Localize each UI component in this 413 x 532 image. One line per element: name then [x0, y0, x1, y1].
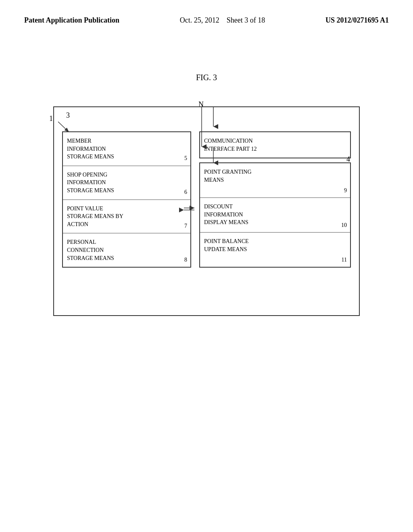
header-patent-number: US 2012/0271695 A1 — [325, 16, 389, 25]
header-publication-label: Patent Application Publication — [24, 16, 119, 25]
shop-opening-storage: SHOP OPENINGINFORMATIONSTORAGE MEANS 6 — [63, 166, 190, 200]
discount-info-number: 10 — [341, 221, 347, 229]
shop-opening-number: 6 — [184, 188, 187, 196]
personal-connection-storage: PERSONALCONNECTIONSTORAGE MEANS 8 — [63, 233, 190, 267]
label-1: 1 — [49, 114, 53, 123]
personal-connection-label: PERSONALCONNECTIONSTORAGE MEANS — [67, 239, 114, 261]
member-info-number: 5 — [184, 154, 187, 162]
point-granting-means: POINT GRANTINGMEANS 9 — [200, 163, 350, 198]
label-3: 3 — [66, 111, 70, 120]
point-balance-label: POINT BALANCEUPDATE MEANS — [204, 238, 249, 252]
discount-info-label: DISCOUNTINFORMATIONDISPLAY MEANS — [204, 204, 248, 225]
right-inner-box: 4 POINT GRANTINGMEANS 9 DISCOUNTINFORMAT… — [199, 162, 351, 268]
point-balance-update: POINT BALANCEUPDATE MEANS 11 — [200, 233, 350, 267]
point-granting-label: POINT GRANTINGMEANS — [204, 169, 252, 183]
diagram-container: 1 N — [49, 106, 364, 316]
page-header: Patent Application Publication Oct. 25, … — [0, 0, 413, 25]
label-4: 4 — [346, 155, 350, 164]
discount-info-display: DISCOUNTINFORMATIONDISPLAY MEANS 10 — [200, 198, 350, 233]
left-column: MEMBERINFORMATIONSTORAGE MEANS 5 SHOP OP… — [62, 131, 191, 268]
figure-label: FIG. 3 — [0, 73, 413, 82]
member-info-label: MEMBERINFORMATIONSTORAGE MEANS — [67, 138, 114, 160]
comm-interface-number: 12 — [251, 146, 257, 152]
header-sheet: Sheet 3 of 18 — [227, 16, 265, 24]
header-date-sheet: Oct. 25, 2012 Sheet 3 of 18 — [180, 16, 265, 25]
inner-layout: MEMBERINFORMATIONSTORAGE MEANS 5 SHOP OP… — [62, 131, 351, 268]
personal-connection-number: 8 — [184, 256, 187, 264]
point-value-storage: POINT VALUESTORAGE MEANS BYACTION 7 — [63, 200, 190, 234]
comm-interface-box: COMMUNICATIONINTERFACE PART 12 — [199, 131, 351, 158]
point-value-label: POINT VALUESTORAGE MEANS BYACTION — [67, 206, 123, 227]
point-granting-number: 9 — [344, 187, 347, 195]
right-column: COMMUNICATIONINTERFACE PART 12 4 POINT G… — [199, 131, 351, 268]
header-date: Oct. 25, 2012 — [180, 16, 219, 24]
point-value-number: 7 — [184, 222, 187, 230]
outer-system-box: 3 — [53, 106, 360, 316]
shop-opening-label: SHOP OPENINGINFORMATIONSTORAGE MEANS — [67, 172, 114, 193]
comm-interface-label: COMMUNICATIONINTERFACE PART — [204, 138, 253, 152]
point-balance-number: 11 — [342, 256, 347, 264]
member-info-storage: MEMBERINFORMATIONSTORAGE MEANS 5 — [63, 132, 190, 166]
